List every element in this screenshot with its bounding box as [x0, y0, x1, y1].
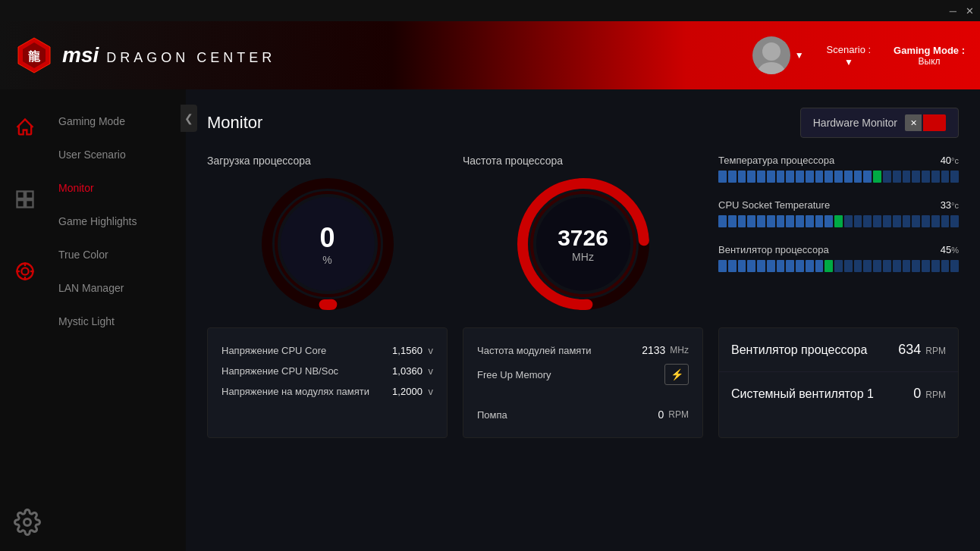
mem-freq-value: 2133 — [642, 344, 665, 356]
pump-unit: RPM — [668, 409, 689, 420]
cpu-temp-metric: Температура процессора 40°c — [718, 155, 959, 183]
sidebar: ❮ — [0, 89, 186, 551]
svg-point-4 — [758, 62, 785, 74]
close-button[interactable]: ✕ — [966, 5, 974, 17]
logo-msi: msi — [62, 43, 99, 67]
voltage-cpu-nb-val: 1,0360 v — [392, 365, 433, 377]
msi-logo-icon: 龍 — [15, 36, 53, 74]
voltage-cpu-core-row: Напряжение CPU Core 1,1560 v — [221, 340, 433, 361]
cpu-freq-gauge: 3726 MHz — [515, 176, 652, 312]
titlebar: ─ ✕ — [0, 0, 980, 21]
svg-rect-7 — [17, 200, 24, 207]
scenario-area: Scenario : ▼ — [827, 44, 872, 67]
voltage-cpu-core-val: 1,1560 v — [392, 345, 433, 356]
hardware-monitor-label: Hardware Monitor — [813, 117, 897, 129]
pump-value: 0 — [658, 409, 664, 421]
fan-box: Вентилятор процессора 634 RPM Системный … — [718, 327, 959, 438]
avatar — [752, 36, 790, 74]
sidebar-item-gaming-mode[interactable]: Gaming Mode — [49, 105, 186, 138]
cpu-freq-section: Частота процессора — [463, 155, 703, 312]
cpu-fan-bar — [718, 260, 959, 272]
cpu-freq-label: Частота процессора — [463, 155, 703, 167]
cpu-load-section: Загрузка процессора — [207, 155, 448, 312]
cpu-temp-bar — [718, 171, 959, 183]
cpu-load-center: 0 % — [319, 222, 335, 266]
header-right: ▼ Scenario : ▼ Gaming Mode : Выкл — [752, 36, 965, 74]
mem-freq-unit: MHz — [670, 345, 689, 355]
sys-fan-unit: RPM — [925, 390, 946, 400]
toggle-on-indicator — [923, 114, 946, 131]
voltage-mem-val: 1,2000 v — [392, 386, 433, 397]
sys-fan-label: Системный вентилятор 1 — [731, 387, 874, 401]
free-up-icon: ⚡ — [671, 368, 683, 380]
scenario-dropdown[interactable]: ▼ — [844, 57, 853, 67]
sidebar-items: Gaming Mode User Scenario Monitor Game H… — [49, 105, 186, 338]
logo-area: 龍 msi DRAGON CENTER — [15, 36, 275, 74]
sidebar-item-lan-manager[interactable]: LAN Manager — [49, 271, 186, 305]
scenario-dropdown-icon[interactable]: ▼ — [844, 57, 853, 67]
free-up-mem-row: Free Up Memory ⚡ — [477, 360, 689, 389]
svg-point-3 — [762, 42, 781, 61]
cpu-socket-temp-metric: CPU Socket Temperature 33°c — [718, 199, 959, 227]
memory-box: Частота модулей памяти 2133 MHz Free Up … — [463, 327, 703, 438]
main-layout: ❮ — [0, 89, 980, 551]
sys-fan-row: Системный вентилятор 1 0 RPM — [719, 372, 958, 415]
nav-icon-grid[interactable] — [10, 184, 40, 214]
sidebar-nav-icons — [0, 105, 49, 286]
svg-rect-6 — [26, 192, 33, 199]
voltage-cpu-nb-label: Напряжение CPU NB/Soc — [221, 365, 338, 377]
avatar-area[interactable]: ▼ — [752, 36, 804, 74]
gaming-mode-label: Gaming Mode : — [894, 45, 965, 56]
voltage-mem-row: Напряжение на модулях памяти 1,2000 v — [221, 381, 433, 402]
cpu-socket-temp-value: 33°c — [941, 199, 959, 211]
avatar-dropdown-icon[interactable]: ▼ — [795, 50, 804, 61]
cpu-load-value: 0 — [319, 222, 335, 254]
page-title: Monitor — [207, 113, 262, 133]
gaming-mode-area: Gaming Mode : Выкл — [894, 45, 965, 67]
cpu-socket-temp-label: CPU Socket Temperature — [718, 199, 830, 211]
cpu-fan-rpm-label: Вентилятор процессора — [731, 343, 867, 357]
svg-rect-8 — [26, 200, 33, 207]
main-content: Monitor Hardware Monitor ✕ Загрузка проц… — [186, 89, 980, 551]
sidebar-item-mystic-light[interactable]: Mystic Light — [49, 305, 186, 338]
info-boxes-row: Напряжение CPU Core 1,1560 v Напряжение … — [207, 327, 959, 438]
sidebar-item-true-color[interactable]: True Color — [49, 238, 186, 271]
cpu-load-gauge: 0 % — [259, 176, 396, 312]
sidebar-item-monitor[interactable]: Monitor — [49, 171, 186, 205]
cpu-freq-center: 3726 MHz — [558, 225, 608, 263]
voltage-box: Напряжение CPU Core 1,1560 v Напряжение … — [207, 327, 448, 438]
gauges-row: Загрузка процессора — [207, 155, 959, 312]
sidebar-collapse-button[interactable]: ❮ — [181, 105, 197, 132]
voltage-cpu-nb-row: Напряжение CPU NB/Soc 1,0360 v — [221, 361, 433, 381]
cpu-load-label: Загрузка процессора — [207, 155, 448, 167]
pump-label: Помпа — [477, 409, 507, 421]
free-up-memory-button[interactable]: ⚡ — [664, 364, 689, 385]
cpu-temp-label: Температура процессора — [718, 155, 834, 166]
sidebar-item-game-highlights[interactable]: Game Highlights — [49, 205, 186, 238]
cpu-fan-rpm-row: Вентилятор процессора 634 RPM — [719, 328, 958, 372]
scenario-label: Scenario : — [827, 44, 872, 55]
minimize-button[interactable]: ─ — [950, 5, 956, 17]
cpu-fan-rpm-value: 634 — [898, 342, 921, 358]
hardware-monitor-toggle[interactable]: Hardware Monitor ✕ — [800, 108, 959, 138]
cpu-fan-pct-label: Вентилятор процессора — [718, 244, 829, 255]
sidebar-item-user-scenario[interactable]: User Scenario — [49, 138, 186, 171]
cpu-socket-temp-bar — [718, 215, 959, 227]
svg-point-15 — [24, 519, 31, 526]
settings-icon[interactable] — [14, 509, 41, 536]
nav-icon-monitor[interactable] — [10, 256, 40, 286]
cpu-freq-value: 3726 — [558, 225, 608, 251]
cpu-fan-pct-value: 45% — [941, 244, 959, 255]
pump-row: Помпа 0 RPM — [477, 404, 689, 425]
toggle-off-icon: ✕ — [905, 114, 922, 131]
cpu-fan-rpm-unit: RPM — [925, 346, 946, 356]
voltage-cpu-core-label: Напряжение CPU Core — [221, 345, 326, 356]
toggle-switch[interactable]: ✕ — [905, 114, 946, 131]
free-up-mem-label: Free Up Memory — [477, 369, 551, 380]
content-header: Monitor Hardware Monitor ✕ — [207, 108, 959, 138]
nav-icon-home[interactable] — [10, 112, 40, 142]
temp-bar-section: Температура процессора 40°c — [718, 155, 959, 312]
svg-point-10 — [21, 268, 28, 274]
cpu-fan-pct-metric: Вентилятор процессора 45% — [718, 244, 959, 272]
gaming-mode-value: Выкл — [919, 56, 941, 67]
